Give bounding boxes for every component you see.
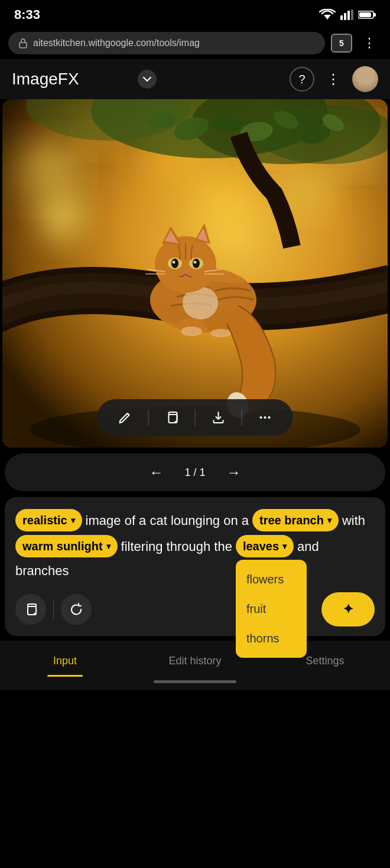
chip-arrow-branch: ▾ <box>327 514 332 527</box>
next-button[interactable]: → <box>220 462 248 483</box>
prompt-word-1: image of a cat lounging on a <box>86 511 249 530</box>
svg-rect-8 <box>20 43 27 48</box>
app-dropdown-button[interactable] <box>138 70 157 89</box>
home-indicator <box>154 680 236 683</box>
warm-sunlight-chip[interactable]: warm sunlight ▾ <box>15 535 118 557</box>
bottom-nav: Input Edit history Settings <box>0 641 390 690</box>
browser-bar: aitestkitchen.withgoogle.com/tools/imag … <box>0 27 390 59</box>
chip-arrow-realistic: ▾ <box>71 514 75 527</box>
svg-point-46 <box>194 261 197 264</box>
more-icon <box>259 411 272 424</box>
svg-point-35 <box>210 329 232 337</box>
tree-branch-chip[interactable]: tree branch ▾ <box>252 509 339 531</box>
app-title: ImageFX <box>12 70 131 89</box>
svg-rect-1 <box>340 15 343 20</box>
avatar-image <box>352 66 378 92</box>
url-text: aitestkitchen.withgoogle.com/tools/imag <box>33 38 200 48</box>
svg-rect-2 <box>344 13 346 20</box>
prompt-area: realistic ▾ image of a cat lounging on a… <box>5 497 385 636</box>
generated-image <box>2 99 388 448</box>
svg-rect-3 <box>347 11 350 20</box>
svg-point-55 <box>264 416 266 419</box>
svg-point-45 <box>173 261 176 264</box>
dropdown-item-flowers[interactable]: flowers <box>236 564 307 594</box>
avatar[interactable] <box>352 66 378 92</box>
more-image-button[interactable] <box>254 406 277 429</box>
prompt-word-2: with <box>342 511 365 530</box>
chip-arrow-light: ▾ <box>106 540 110 553</box>
help-button[interactable]: ? <box>290 67 314 92</box>
svg-point-34 <box>181 327 202 336</box>
prompt-word-5: branches <box>15 561 69 580</box>
tab-count-button[interactable]: 5 <box>331 34 352 53</box>
dropdown-item-thorns[interactable]: thorns <box>236 624 307 653</box>
prompt-left-actions <box>15 594 92 625</box>
edit-icon <box>119 411 132 424</box>
dropdown-item-fruit[interactable]: fruit <box>236 594 307 624</box>
prev-button[interactable]: ← <box>142 462 170 483</box>
download-button[interactable] <box>207 406 230 429</box>
status-bar: 8:33 <box>0 0 390 27</box>
chevron-down-icon <box>142 76 152 82</box>
tab-input[interactable]: Input <box>0 649 130 673</box>
image-container <box>2 99 388 448</box>
copy-prompt-icon <box>24 602 38 616</box>
download-icon <box>212 411 225 424</box>
svg-rect-6 <box>373 13 376 17</box>
leaves-dropdown-menu: flowers fruit thorns <box>236 560 307 658</box>
image-navigation: ← 1 / 1 → <box>5 453 385 491</box>
status-icons <box>319 9 376 21</box>
signal-icon <box>340 9 353 20</box>
status-time: 8:33 <box>14 7 40 22</box>
wifi-icon <box>319 9 336 21</box>
lock-icon <box>18 38 28 48</box>
svg-rect-7 <box>359 12 371 17</box>
generate-icon: ✦ <box>343 602 353 617</box>
scene-svg <box>2 99 388 448</box>
leaves-dropdown-wrapper: leaves ▾ flowers fruit thorns <box>236 535 294 557</box>
header-more-button[interactable]: ⋮ <box>321 68 345 90</box>
refresh-button[interactable] <box>61 594 92 625</box>
copy-image-button[interactable] <box>161 406 183 429</box>
battery-icon <box>358 10 376 19</box>
action-divider-2 <box>195 409 196 426</box>
nav-count: 1 / 1 <box>184 466 205 479</box>
refresh-icon <box>69 602 83 616</box>
image-action-bar <box>98 399 293 436</box>
svg-point-43 <box>171 259 178 268</box>
generate-button[interactable]: ✦ <box>321 592 375 626</box>
svg-rect-4 <box>351 9 353 20</box>
svg-point-44 <box>193 259 200 268</box>
url-bar[interactable]: aitestkitchen.withgoogle.com/tools/imag <box>8 32 325 54</box>
chip-arrow-leaves: ▾ <box>282 540 287 553</box>
svg-point-17 <box>26 182 97 253</box>
browser-more-button[interactable]: ⋮ <box>358 33 382 53</box>
prompt-word-4: and <box>297 537 319 556</box>
copy-prompt-button[interactable] <box>15 594 46 625</box>
app-header: ImageFX ? ⋮ <box>0 59 390 99</box>
leaves-chip[interactable]: leaves ▾ <box>236 535 294 557</box>
copy-icon <box>165 411 178 424</box>
bottom-tabs: Input Edit history Settings <box>0 649 390 673</box>
edit-button[interactable] <box>114 406 136 429</box>
svg-marker-0 <box>324 15 331 19</box>
svg-point-56 <box>268 416 271 419</box>
realistic-chip[interactable]: realistic ▾ <box>15 509 82 531</box>
prompt-word-3: filtering through the <box>121 537 232 556</box>
action-divider-1 <box>148 409 149 426</box>
prompt-btn-divider <box>53 599 54 620</box>
svg-point-54 <box>260 416 262 419</box>
action-divider-3 <box>242 409 242 426</box>
prompt-text: realistic ▾ image of a cat lounging on a… <box>15 509 375 580</box>
prompt-actions: ✦ <box>15 592 375 626</box>
